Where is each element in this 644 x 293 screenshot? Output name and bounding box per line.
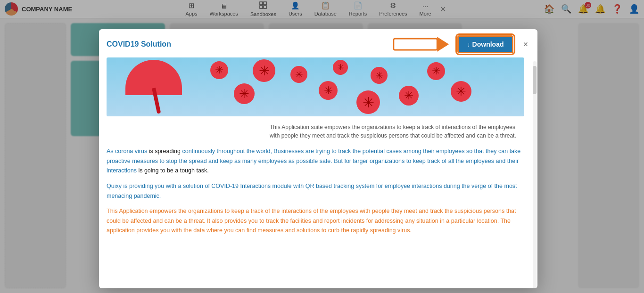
arrow-icon	[393, 35, 450, 54]
modal-header-actions: ↓ Download ×	[393, 35, 530, 54]
banner-image: ✳ ✳ ✳ ✳ ✳ ✳ ✳ ✳ ✳ ✳ ✳	[107, 57, 524, 116]
modal-description: This Application suite empowers the orga…	[270, 123, 524, 140]
modal-header: COVID19 Solution ↓ Download ×	[99, 29, 537, 57]
modal-title: COVID19 Solution	[107, 40, 171, 49]
download-arrow-annotation	[393, 35, 450, 54]
svg-rect-4	[394, 39, 437, 50]
modal-content: ✳ ✳ ✳ ✳ ✳ ✳ ✳ ✳ ✳ ✳ ✳ This Application s…	[99, 57, 532, 288]
download-button[interactable]: ↓ Download	[457, 35, 514, 53]
modal-body: ✳ ✳ ✳ ✳ ✳ ✳ ✳ ✳ ✳ ✳ ✳ This Application s…	[99, 57, 537, 288]
modal-close-button[interactable]: ×	[521, 40, 530, 49]
body-paragraph-1: As corona virus is spreading continuousl…	[107, 146, 524, 176]
description-text: This Application suite empowers the orga…	[270, 124, 516, 139]
covid-solution-modal: COVID19 Solution ↓ Download ×	[99, 29, 537, 288]
svg-marker-5	[437, 37, 449, 51]
body-paragraph-2: Quixy is providing you with a solution o…	[107, 181, 524, 201]
body-paragraph-3: This Application empowers the organizati…	[107, 206, 524, 236]
